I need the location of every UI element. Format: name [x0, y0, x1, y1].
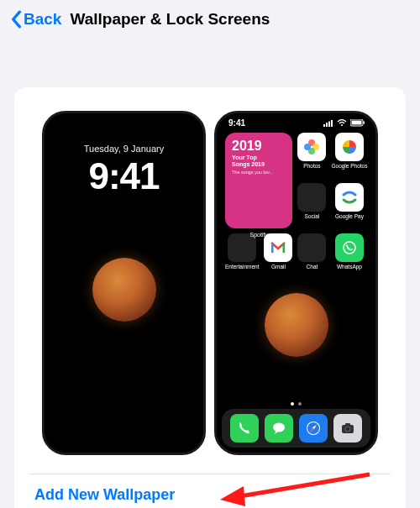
- svg-rect-2: [328, 121, 330, 127]
- app-photos: Photos: [297, 133, 326, 178]
- app-google-photos: Google Photos: [331, 133, 367, 178]
- arrow-annotation-icon: [218, 468, 378, 508]
- wallpaper-previews: Tuesday, 9 January 9:41 9:41: [29, 111, 391, 455]
- svg-point-11: [304, 144, 311, 150]
- app-gmail: Gmail: [264, 233, 292, 279]
- svg-rect-0: [323, 124, 325, 127]
- folder-icon: [297, 183, 326, 212]
- svg-rect-22: [345, 423, 350, 426]
- wifi-icon: [337, 119, 347, 127]
- app-social: Social: [297, 183, 326, 228]
- add-new-wallpaper-button[interactable]: Add New Wallpaper: [29, 474, 180, 504]
- svg-point-4: [341, 124, 343, 126]
- svg-rect-3: [331, 120, 333, 127]
- svg-rect-13: [271, 243, 274, 253]
- back-label: Back: [24, 10, 61, 29]
- page-title: Wallpaper & Lock Screens: [70, 10, 270, 29]
- google-pay-icon: [335, 183, 364, 212]
- phone-icon: [230, 414, 259, 443]
- app-google-pay: Google Pay: [331, 183, 367, 228]
- lock-date: Tuesday, 9 January: [45, 144, 203, 154]
- page-indicator: [217, 402, 375, 406]
- svg-rect-6: [352, 121, 362, 125]
- camera-icon: [333, 414, 362, 443]
- messages-icon: [265, 414, 293, 443]
- photos-icon: [297, 133, 326, 161]
- safari-icon: [299, 414, 328, 443]
- svg-marker-24: [220, 486, 245, 506]
- svg-rect-14: [283, 243, 286, 253]
- moon-icon: [265, 293, 328, 357]
- svg-line-23: [235, 474, 370, 497]
- svg-point-15: [344, 242, 355, 254]
- lock-screen-preview[interactable]: Tuesday, 9 January 9:41: [42, 111, 206, 455]
- dock: [222, 409, 370, 448]
- status-bar: 9:41: [217, 113, 375, 129]
- home-screen-preview[interactable]: 9:41 2019 Your Top Song: [214, 111, 378, 455]
- back-button[interactable]: Back: [10, 10, 61, 29]
- signal-icon: [323, 120, 333, 127]
- whatsapp-icon: [335, 233, 364, 262]
- spotify-widget: 2019 Your Top Songs 2019 The songs you l…: [225, 133, 292, 228]
- status-time: 9:41: [228, 118, 245, 128]
- svg-rect-7: [364, 122, 365, 124]
- moon-icon: [92, 258, 156, 322]
- svg-point-16: [273, 423, 285, 432]
- home-grid: 2019 Your Top Songs 2019 The songs you l…: [217, 129, 375, 279]
- svg-point-21: [346, 427, 349, 431]
- app-entertainment: Entertainment: [225, 233, 259, 279]
- svg-rect-1: [326, 123, 328, 127]
- google-photos-icon: [335, 133, 364, 161]
- folder-icon: [297, 233, 326, 262]
- chevron-left-icon: [10, 10, 22, 29]
- app-chat: Chat: [297, 233, 326, 279]
- lock-time: 9:41: [45, 155, 203, 197]
- battery-icon: [350, 119, 365, 127]
- widget-app-label: Spotify: [225, 232, 292, 238]
- wallpaper-card: Tuesday, 9 January 9:41 9:41: [14, 87, 406, 508]
- app-whatsapp: WhatsApp: [331, 233, 367, 279]
- header: Back Wallpaper & Lock Screens: [0, 0, 420, 37]
